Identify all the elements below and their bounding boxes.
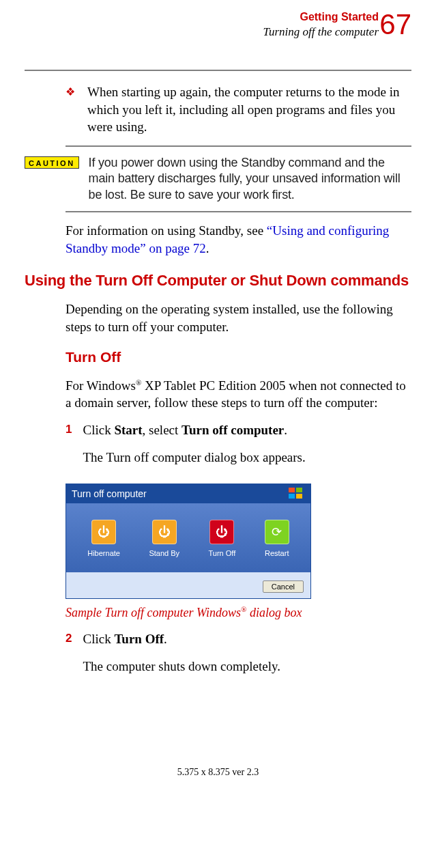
step-2: 2 Click Turn Off. The computer shuts dow… xyxy=(66,630,411,684)
bullet-icon: ❖ xyxy=(66,85,75,136)
cancel-button[interactable]: Cancel xyxy=(263,580,304,593)
divider xyxy=(66,145,411,147)
restart-icon: ⟳ xyxy=(265,520,289,544)
power-icon: ⏻ xyxy=(152,520,177,544)
hibernate-button[interactable]: ⏻ Hibernate xyxy=(87,520,120,559)
body-text: Depending on the operating system instal… xyxy=(66,300,411,335)
divider xyxy=(66,211,411,212)
turn-off-dialog-sample: Turn off computer ⏻ Hibernate ⏻ Stand By… xyxy=(66,484,311,598)
svg-rect-0 xyxy=(289,488,295,492)
step-text: Click Turn Off. xyxy=(83,630,411,648)
windows-logo-icon xyxy=(287,486,305,501)
body-text: For Windows® XP Tablet PC Edition 2005 w… xyxy=(66,377,411,412)
body-text: For information on using Standby, see “U… xyxy=(66,222,411,257)
dialog-title: Turn off computer xyxy=(72,488,147,501)
section-title: Turning off the computer xyxy=(66,25,379,40)
page-footer: 5.375 x 8.375 ver 2.3 xyxy=(25,766,411,779)
heading-1: Using the Turn Off Computer or Shut Down… xyxy=(25,270,411,291)
caution-block: CAUTION If you power down using the Stan… xyxy=(25,155,411,203)
power-icon: ⏻ xyxy=(209,520,234,544)
page-number: 67 xyxy=(379,5,411,44)
svg-rect-1 xyxy=(296,488,302,492)
restart-button[interactable]: ⟳ Restart xyxy=(265,520,289,559)
standby-button[interactable]: ⏻ Stand By xyxy=(149,520,179,559)
heading-2: Turn Off xyxy=(66,348,411,367)
step-number: 2 xyxy=(66,631,72,684)
step-result: The computer shuts down completely. xyxy=(83,658,411,675)
divider xyxy=(25,70,411,71)
step-1: 1 Click Start, select Turn off computer.… xyxy=(66,421,411,475)
svg-rect-3 xyxy=(296,494,302,499)
caution-text: If you power down using the Standby comm… xyxy=(89,155,411,203)
caution-badge: CAUTION xyxy=(25,156,79,169)
chapter-title: Getting Started xyxy=(66,7,379,25)
power-icon: ⏻ xyxy=(91,520,116,544)
step-number: 1 xyxy=(66,422,72,475)
turn-off-button[interactable]: ⏻ Turn Off xyxy=(209,520,236,559)
figure-caption: Sample Turn off computer Windows® dialog… xyxy=(66,604,411,621)
svg-rect-2 xyxy=(289,494,295,499)
step-result: The Turn off computer dialog box appears… xyxy=(83,449,411,466)
body-text: When starting up again, the computer ret… xyxy=(87,83,411,136)
step-text: Click Start, select Turn off computer. xyxy=(83,421,411,439)
